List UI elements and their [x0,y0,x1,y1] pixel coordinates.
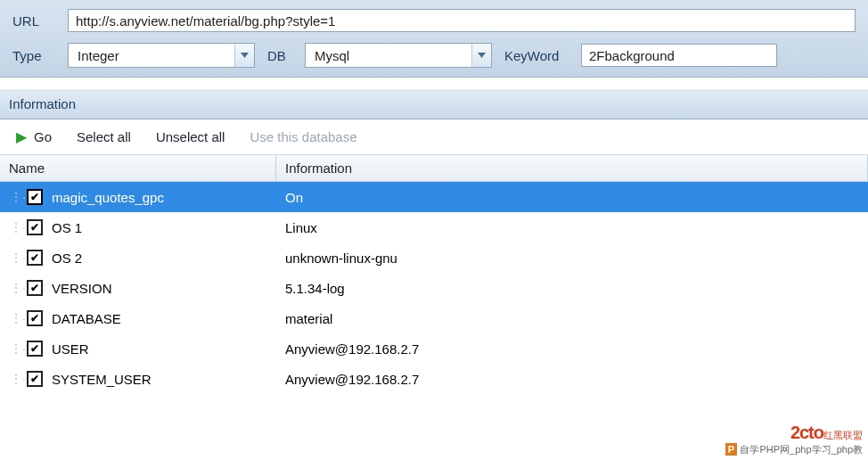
column-name-header[interactable]: Name [0,155,276,181]
tree-branch-icon: ⋮· [9,251,27,265]
row-checkbox[interactable]: ✔ [27,371,43,387]
row-name: USER [52,341,89,357]
tree-branch-icon: ⋮· [9,372,27,386]
row-name: OS 1 [52,220,82,235]
chevron-down-icon [241,53,249,58]
row-info: Anyview@192.168.2.7 [276,341,868,357]
table-row[interactable]: ⋮·✔magic_quotes_gpcOn [0,182,868,212]
chevron-down-icon [478,53,486,58]
row-info: Linux [276,220,868,235]
watermark-tag: 红黑联盟 [823,430,863,440]
db-label: DB [267,48,292,63]
type-dropdown-button[interactable] [234,44,254,67]
unselect-all-button[interactable]: Unselect all [156,129,225,144]
table-row[interactable]: ⋮·✔USERAnyview@192.168.2.7 [0,333,868,364]
row-name: magic_quotes_gpc [52,190,164,205]
play-icon: ▶ [16,128,27,145]
table-row[interactable]: ⋮·✔OS 1Linux [0,212,868,242]
url-input[interactable] [68,9,856,32]
row-checkbox[interactable]: ✔ [27,250,43,266]
row-checkbox[interactable]: ✔ [27,219,43,235]
tree-branch-icon: ⋮· [9,341,27,356]
table-header: Name Information [0,155,868,182]
row-info: material [276,311,868,326]
type-label: Type [12,48,55,63]
watermark-sub: 自学PHP网_php学习_php教 [740,444,863,455]
row-name: SYSTEM_USER [52,372,151,387]
db-combobox[interactable]: Mysql [305,43,492,68]
row-checkbox[interactable]: ✔ [27,341,43,357]
table-row[interactable]: ⋮·✔OS 2unknown-linux-gnu [0,242,868,273]
table-body: ⋮·✔magic_quotes_gpcOn⋮·✔OS 1Linux⋮·✔OS 2… [0,182,868,394]
row-info: unknown-linux-gnu [276,251,868,266]
type-combobox[interactable]: Integer [68,43,255,68]
row-checkbox[interactable]: ✔ [27,280,43,296]
tree-branch-icon: ⋮· [9,190,27,204]
tree-branch-icon: ⋮· [9,311,27,325]
query-form-panel: URL Type Integer DB Mysql KeyWord [0,0,868,78]
type-value: Integer [69,44,234,67]
tree-branch-icon: ⋮· [9,281,27,295]
row-info: On [276,190,868,205]
keyword-input[interactable] [581,44,777,67]
information-panel-header: Information [0,88,868,119]
table-row[interactable]: ⋮·✔DATABASEmaterial [0,303,868,333]
toolbar: ▶ Go Select all Unselect all Use this da… [0,119,868,155]
db-value: Mysql [306,44,471,67]
select-all-button[interactable]: Select all [77,129,131,144]
url-label: URL [12,13,55,29]
db-dropdown-button[interactable] [471,44,491,67]
tree-branch-icon: ⋮· [9,220,27,234]
table-row[interactable]: ⋮·✔SYSTEM_USERAnyview@192.168.2.7 [0,364,868,394]
column-information-header[interactable]: Information [276,155,868,181]
row-info: Anyview@192.168.2.7 [276,372,868,387]
watermark-logo: 2cto [790,423,823,442]
row-name: VERSION [52,281,112,296]
use-database-button: Use this database [250,129,356,144]
row-info: 5.1.34-log [276,281,868,296]
row-name: OS 2 [52,251,82,266]
row-name: DATABASE [52,311,121,326]
watermark: 2cto红黑联盟 P 自学PHP网_php学习_php教 [725,423,863,456]
keyword-label: KeyWord [504,48,569,63]
row-checkbox[interactable]: ✔ [27,189,43,205]
watermark-badge: P [725,443,737,456]
row-checkbox[interactable]: ✔ [27,310,43,326]
go-label: Go [34,129,52,144]
table-row[interactable]: ⋮·✔VERSION5.1.34-log [0,273,868,303]
go-button[interactable]: ▶ Go [16,128,52,145]
